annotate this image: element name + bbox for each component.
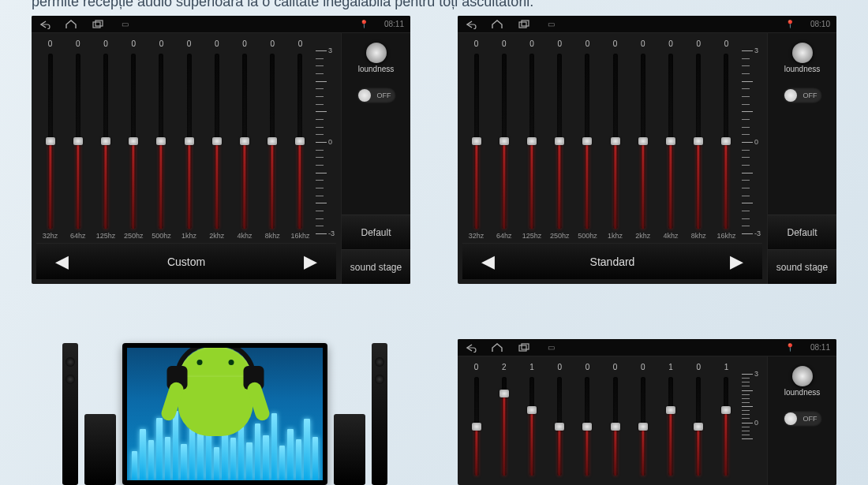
scale-label: -3 [328, 229, 335, 237]
sound-stage-button[interactable]: sound stage [768, 249, 836, 284]
preset-name: Custom [167, 256, 205, 268]
band-value: 1 [724, 363, 729, 374]
back-icon[interactable] [464, 342, 477, 353]
band-freq-label: 64hz [496, 232, 512, 241]
eq-scale: 30-3 [740, 39, 762, 243]
eq-band: 04khz [657, 39, 684, 241]
eq-slider[interactable] [462, 54, 490, 229]
svg-rect-5 [522, 344, 529, 349]
eq-slider[interactable] [203, 54, 230, 229]
subwoofer-right [334, 414, 365, 485]
eq-band: 016khz [713, 39, 740, 241]
recents-icon[interactable] [92, 19, 104, 30]
eq-slider[interactable] [713, 377, 740, 476]
eq-slider[interactable] [490, 377, 518, 476]
band-value: 0 [76, 39, 80, 50]
scale-label: 0 [754, 138, 758, 146]
eq-slider[interactable] [657, 377, 684, 476]
band-value: 0 [557, 39, 562, 50]
eq-slider[interactable] [518, 54, 545, 229]
app-icon: ▭ [544, 19, 557, 30]
eq-slider[interactable] [685, 377, 713, 476]
band-value: 1 [668, 363, 673, 374]
location-icon: 📍 [784, 342, 796, 353]
eq-slider[interactable] [92, 54, 119, 229]
eq-band: 02khz [629, 39, 657, 241]
band-freq-label: 16khz [716, 232, 735, 241]
eq-slider[interactable] [286, 54, 314, 229]
svg-rect-2 [519, 22, 526, 28]
eq-slider[interactable] [546, 54, 574, 229]
band-freq-label: 8khz [691, 232, 706, 241]
location-icon: 📍 [357, 19, 370, 30]
band-freq-label: 250hz [550, 232, 570, 241]
preset-next-icon[interactable]: ▶ [304, 252, 317, 272]
home-icon[interactable] [65, 19, 77, 30]
eq-slider[interactable] [490, 54, 518, 229]
band-freq-label: 4khz [664, 232, 679, 241]
scale-label: -3 [754, 229, 761, 237]
band-value: 0 [474, 39, 479, 50]
eq-slider[interactable] [601, 54, 629, 229]
band-freq-label: 16khz [290, 232, 309, 241]
eq-slider[interactable] [685, 54, 713, 229]
preset-prev-icon[interactable]: ◀ [55, 252, 69, 272]
eq-slider[interactable] [574, 54, 601, 229]
default-button[interactable]: Default [768, 215, 836, 249]
eq-slider[interactable] [657, 54, 684, 229]
scale-label: 0 [754, 419, 758, 427]
loudness-toggle[interactable]: OFF [357, 88, 396, 103]
eq-slider[interactable] [230, 54, 258, 229]
recents-icon[interactable] [518, 342, 530, 353]
eq-slider[interactable] [120, 54, 148, 229]
preset-prev-icon[interactable]: ◀ [481, 252, 495, 272]
band-value: 0 [298, 39, 303, 50]
home-icon[interactable] [491, 342, 503, 353]
band-freq-label: 4khz [238, 232, 253, 241]
band-value: 0 [270, 39, 275, 50]
eq-slider[interactable] [36, 54, 64, 229]
loudness-knob[interactable] [366, 43, 387, 63]
loudness-toggle[interactable]: OFF [783, 88, 822, 103]
eq-band: 02khz [203, 39, 230, 241]
loudness-knob[interactable] [792, 43, 813, 63]
band-freq-label: 1khz [608, 232, 623, 241]
back-icon[interactable] [38, 19, 51, 30]
band-value: 0 [696, 363, 701, 374]
eq-slider[interactable] [462, 377, 490, 476]
loudness-toggle[interactable]: OFF [783, 411, 822, 427]
preset-name: Standard [590, 256, 635, 268]
svg-rect-3 [522, 21, 529, 26]
toggle-label: OFF [803, 415, 817, 423]
eq-slider[interactable] [629, 54, 657, 229]
eq-band: 1 [518, 363, 545, 479]
eq-scale: 30-3 [314, 39, 336, 243]
eq-slider[interactable] [175, 54, 203, 229]
home-icon[interactable] [491, 19, 503, 30]
eq-band: 01khz [601, 39, 629, 241]
band-value: 0 [613, 363, 618, 374]
loudness-knob[interactable] [792, 366, 813, 386]
eq-slider[interactable] [574, 377, 601, 476]
eq-slider[interactable] [64, 54, 92, 229]
eq-bands: 0210000101 [462, 363, 740, 480]
band-value: 0 [668, 39, 673, 50]
app-icon: ▭ [118, 19, 131, 30]
eq-slider[interactable] [518, 377, 545, 476]
eq-band: 0250hz [120, 39, 148, 241]
preset-next-icon[interactable]: ▶ [730, 252, 743, 272]
eq-band: 064hz [490, 39, 518, 241]
eq-band: 016khz [286, 39, 314, 241]
eq-slider[interactable] [629, 377, 657, 476]
back-icon[interactable] [464, 19, 477, 30]
eq-slider[interactable] [259, 54, 286, 229]
scale-label: 3 [754, 370, 758, 378]
eq-slider[interactable] [601, 377, 629, 476]
eq-slider[interactable] [148, 54, 175, 229]
default-button[interactable]: Default [342, 215, 410, 249]
eq-slider[interactable] [546, 377, 574, 476]
band-value: 0 [586, 363, 590, 374]
sound-stage-button[interactable]: sound stage [342, 249, 410, 284]
eq-slider[interactable] [713, 54, 740, 229]
recents-icon[interactable] [518, 19, 530, 30]
